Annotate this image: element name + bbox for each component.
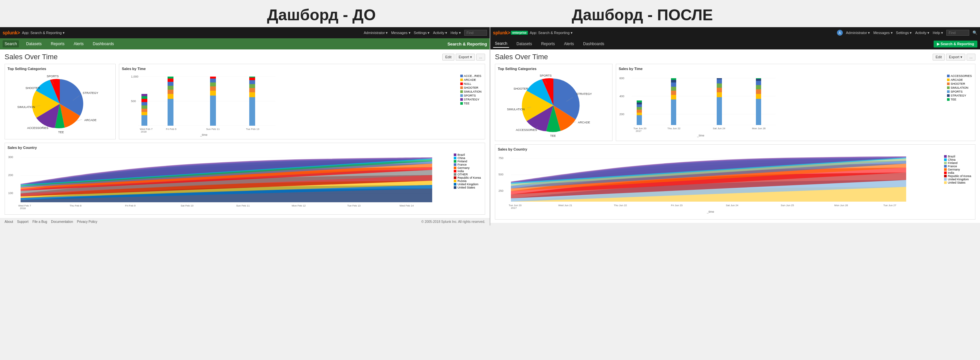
footer-links-before: About Support File a Bug Documentation P… [5, 220, 97, 224]
svg-text:Thu Jun 22: Thu Jun 22 [667, 127, 681, 130]
svg-rect-104 [717, 92, 722, 97]
svg-rect-108 [717, 78, 722, 79]
area-container-after: 750 500 250 [498, 153, 972, 217]
pie-chart-before: Top Selling Categories [5, 64, 116, 139]
export-button-after[interactable]: Export ▾ [946, 54, 965, 61]
svg-rect-101 [671, 80, 676, 82]
more-button-before[interactable]: ... [476, 54, 485, 61]
svg-rect-32 [167, 77, 173, 78]
footer-before: About Support File a Bug Documentation P… [0, 218, 490, 226]
dashboard-title-row-before: Sales Over Time Edit Export ▾ ... [5, 53, 485, 61]
svg-rect-109 [756, 99, 761, 125]
app-name-before[interactable]: App: Search & Reporting ▾ [22, 31, 65, 35]
svg-text:SPORTS: SPORTS [47, 75, 59, 78]
nav-reports-before[interactable]: Reports [49, 40, 66, 48]
messages-link-after[interactable]: Messages ▾ [873, 31, 892, 35]
svg-rect-111 [756, 90, 761, 94]
title-before: Дашборд - ДО [267, 6, 376, 24]
admin-link-after[interactable]: Administrator ▾ [846, 31, 870, 35]
bar-svg-before: 1,000 500 [122, 73, 305, 136]
svg-rect-22 [142, 102, 147, 106]
splunk-logo-before: splunk> [3, 30, 20, 35]
search-icon-after[interactable]: 🔍 [972, 30, 977, 35]
bar-svg-after: 600 400 200 [619, 73, 802, 138]
find-input-after[interactable] [947, 30, 969, 36]
svg-rect-92 [637, 107, 642, 110]
svg-text:1,000: 1,000 [131, 75, 138, 78]
svg-text:SPORTS: SPORTS [540, 74, 552, 77]
nav-dashboards-after[interactable]: Dashboards [581, 40, 606, 48]
svg-rect-30 [167, 82, 173, 86]
navbar-left-before: splunk> App: Search & Reporting ▾ [3, 30, 65, 35]
nav-reports-after[interactable]: Reports [539, 40, 557, 48]
bar-svg-container-after: 600 400 200 [619, 73, 972, 138]
docs-link[interactable]: Documentation [51, 220, 73, 224]
nav-datasets-after[interactable]: Datasets [514, 40, 534, 48]
find-input-before[interactable] [464, 30, 487, 36]
svg-rect-29 [167, 86, 173, 90]
svg-text:2018: 2018 [20, 207, 26, 210]
svg-rect-95 [637, 101, 642, 102]
nav-search-before[interactable]: Search [3, 40, 19, 48]
svg-rect-96 [671, 99, 676, 125]
svg-rect-35 [210, 86, 216, 91]
support-link[interactable]: Support [17, 220, 29, 224]
svg-rect-90 [637, 113, 642, 115]
svg-text:SIMULATION: SIMULATION [507, 108, 525, 111]
activity-link-after[interactable]: Activity ▾ [915, 31, 929, 35]
enterprise-badge: enterprise [511, 31, 528, 35]
area-container-before: 300 200 100 [8, 152, 482, 212]
svg-rect-99 [671, 87, 676, 91]
svg-text:STRATEGY: STRATEGY [576, 92, 592, 96]
svg-text:2018: 2018 [141, 130, 147, 133]
dashboard-buttons-before: Edit Export ▾ ... [442, 54, 485, 61]
svg-text:SHOOTER: SHOOTER [514, 87, 528, 90]
activity-link-before[interactable]: Activity ▾ [433, 31, 447, 35]
settings-link-before[interactable]: Settings ▾ [414, 31, 430, 35]
bar-chart-after: Sales by Time 600 400 200 [616, 64, 975, 141]
page-title-row: Дашборд - ДО Дашборд - ПОСЛЕ [0, 0, 980, 27]
admin-link-before[interactable]: Administrator ▾ [364, 31, 388, 35]
settings-link-after[interactable]: Settings ▾ [896, 31, 912, 35]
export-button-before[interactable]: Export ▾ [456, 54, 475, 61]
svg-text:Thu Feb 8: Thu Feb 8 [70, 204, 82, 207]
svg-text:2017: 2017 [636, 130, 641, 133]
dashboard-title-before: Sales Over Time [5, 53, 58, 61]
app-name-after[interactable]: App: Search & Reporting ▾ [530, 31, 573, 35]
svg-rect-41 [249, 88, 255, 92]
svg-text:TEE: TEE [550, 134, 556, 138]
nav-dashboards-before[interactable]: Dashboards [91, 40, 116, 48]
messages-link-before[interactable]: Messages ▾ [391, 31, 410, 35]
about-link[interactable]: About [5, 220, 13, 224]
bar-chart-before: Sales by Time 1,000 500 [119, 64, 485, 139]
pie-container-after: STRATEGY ARCADE TEE ACCESSORIES SIMULATI… [498, 73, 609, 138]
area-title-before: Sales by Country [8, 146, 482, 150]
svg-text:Tue Jun 27: Tue Jun 27 [883, 204, 896, 207]
svg-rect-37 [210, 78, 216, 82]
nav-search-after[interactable]: Search [493, 40, 509, 48]
pie-title-before: Top Selling Categories [8, 67, 113, 71]
edit-button-before[interactable]: Edit [442, 54, 454, 61]
svg-rect-26 [167, 99, 173, 126]
svg-text:Fri Feb 9: Fri Feb 9 [125, 204, 136, 207]
privacy-link[interactable]: Privacy Policy [77, 220, 97, 224]
help-link-before[interactable]: Help ▾ [450, 31, 461, 35]
svg-rect-39 [249, 97, 255, 126]
area-svg-after: 750 500 250 [498, 153, 942, 215]
nav-datasets-before[interactable]: Datasets [24, 40, 43, 48]
svg-text:300: 300 [8, 155, 13, 159]
svg-rect-44 [249, 78, 255, 80]
svg-rect-112 [756, 85, 761, 90]
nav-alerts-before[interactable]: Alerts [72, 40, 86, 48]
svg-rect-100 [671, 82, 676, 87]
svg-rect-94 [637, 102, 642, 104]
more-button-after[interactable]: ... [967, 54, 975, 61]
edit-button-after[interactable]: Edit [932, 54, 945, 61]
help-link-after[interactable]: Help ▾ [932, 31, 943, 35]
svg-text:_time: _time [200, 133, 207, 136]
svg-text:500: 500 [131, 99, 136, 103]
bug-link[interactable]: File a Bug [32, 220, 47, 224]
navbar-right-before: Administrator ▾ Messages ▾ Settings ▾ Ac… [364, 30, 487, 36]
nav-alerts-after[interactable]: Alerts [562, 40, 576, 48]
top-charts-row-before: Top Selling Categories [5, 64, 485, 139]
